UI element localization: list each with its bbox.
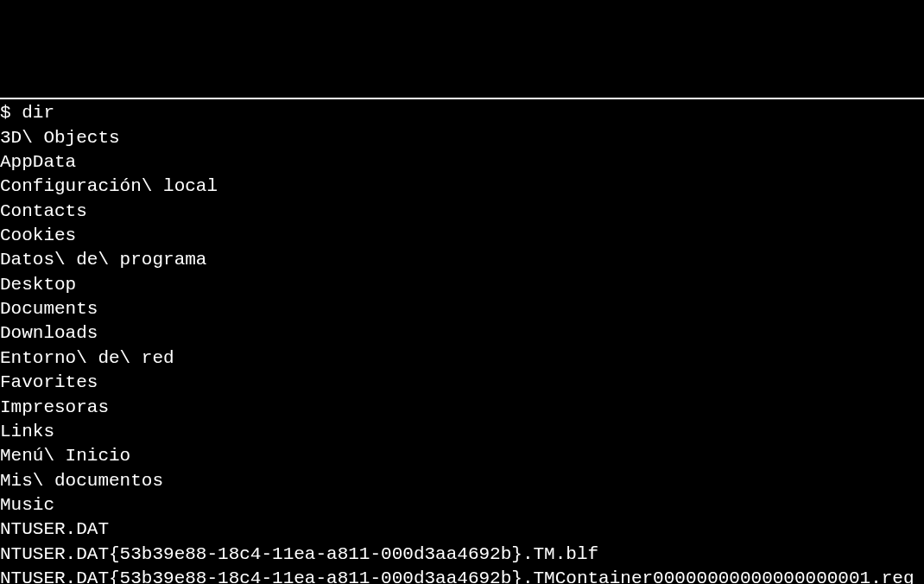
output-line: Contacts — [0, 200, 924, 224]
output-line: Cookies — [0, 224, 924, 248]
output-line: Links — [0, 420, 924, 444]
output-line: Datos\ de\ programa — [0, 248, 924, 272]
output-line: Desktop — [0, 273, 924, 297]
output-line: Configuración\ local — [0, 175, 924, 199]
output-line: 3D\ Objects — [0, 126, 924, 150]
output-line: NTUSER.DAT — [0, 517, 924, 542]
command-line: $ dir — [0, 101, 924, 125]
output-line: Downloads — [0, 321, 924, 346]
output-line: Favorites — [0, 371, 924, 395]
output-line: Impresoras — [0, 396, 924, 420]
output-line: Documents — [0, 297, 924, 321]
output-line: AppData — [0, 150, 924, 175]
command-text: dir — [22, 103, 54, 123]
terminal-window[interactable]: $ dir3D\ ObjectsAppDataConfiguración\ lo… — [0, 98, 924, 584]
output-line: Music — [0, 493, 924, 517]
output-line: NTUSER.DAT{53b39e88-18c4-11ea-a811-000d3… — [0, 567, 924, 584]
output-line: NTUSER.DAT{53b39e88-18c4-11ea-a811-000d3… — [0, 543, 924, 567]
output-line: Entorno\ de\ red — [0, 346, 924, 371]
output-line: Menú\ Inicio — [0, 444, 924, 468]
prompt-symbol: $ — [0, 103, 22, 123]
output-line: Mis\ documentos — [0, 469, 924, 493]
